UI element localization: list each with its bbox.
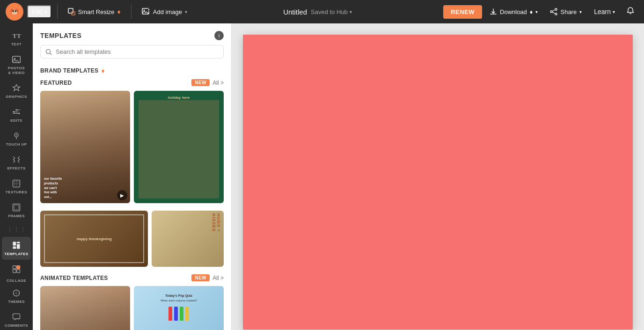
- download-crown-icon: ♦: [530, 8, 533, 15]
- sidebar-effects-label: EFFECTS: [7, 166, 25, 170]
- themes-icon: [12, 288, 21, 298]
- play-overlay-1: ▶: [117, 190, 127, 200]
- add-image-chevron-icon: ▾: [185, 9, 187, 15]
- edits-icon: [12, 107, 21, 117]
- file-menu-button[interactable]: File ▾: [27, 5, 51, 18]
- saved-hub-button[interactable]: Saved to Hub ▾: [311, 8, 352, 15]
- svg-point-14: [555, 8, 557, 10]
- new-badge: NEW: [191, 79, 210, 86]
- file-chevron-icon: ▾: [44, 9, 47, 15]
- sidebar-touchup-label: TOUCH UP: [6, 142, 27, 147]
- learn-button[interactable]: Learn ▾: [589, 5, 620, 18]
- document-title[interactable]: Untitled: [283, 8, 307, 16]
- sidebar-item-photos[interactable]: PHOTOS& VIDEO: [2, 51, 31, 79]
- template-card-1[interactable]: our favoriteproductswe can'tlive without…: [40, 91, 130, 203]
- sidebar-item-effects[interactable]: EFFECTS: [2, 151, 31, 174]
- topbar-right: RENEW Download ♦ ▾ Share ▾ Learn ▾: [443, 4, 638, 20]
- download-button[interactable]: Download ♦ ▾: [485, 5, 542, 18]
- sidebar-item-frames[interactable]: FRAMES: [2, 199, 31, 222]
- sidebar-item-graphics[interactable]: GRAPHICS: [2, 80, 31, 103]
- svg-point-16: [550, 11, 552, 13]
- notifications-button[interactable]: [622, 4, 638, 20]
- svg-point-7: [16, 10, 16, 11]
- share-button[interactable]: Share ▾: [545, 5, 586, 18]
- svg-text:Tt: Tt: [13, 32, 21, 39]
- sidebar-item-touchup[interactable]: TOUCH UP: [2, 127, 31, 150]
- add-image-button[interactable]: Add image ▾: [137, 6, 192, 18]
- featured-label: FEATURED: [40, 80, 72, 86]
- saved-hub-chevron-icon: ▾: [350, 9, 352, 15]
- animated-all-link[interactable]: All >: [212, 275, 224, 281]
- learn-chevron-icon: ▾: [613, 9, 615, 15]
- renew-button[interactable]: RENEW: [443, 5, 482, 19]
- featured-controls: NEW All >: [191, 79, 224, 86]
- search-bar: [40, 45, 224, 59]
- divider-1: [57, 5, 58, 19]
- svg-rect-27: [14, 205, 19, 210]
- svg-rect-9: [68, 8, 73, 13]
- sidebar-item-themes[interactable]: THEMES: [2, 285, 31, 308]
- photos-icon: [12, 55, 21, 64]
- brand-templates-section: BRAND TEMPLATES ♦: [40, 67, 224, 74]
- animated-new-badge: NEW: [191, 274, 210, 281]
- animated-card-1[interactable]: CLEARANCE ▶: [40, 286, 130, 330]
- svg-point-6: [13, 10, 14, 11]
- file-label: File: [32, 8, 43, 15]
- sidebar-item-textures[interactable]: TEXTURES: [2, 175, 31, 198]
- svg-point-22: [18, 113, 20, 114]
- sidebar-photos-label: PHOTOS& VIDEO: [8, 66, 25, 75]
- svg-rect-18: [13, 56, 21, 62]
- design-canvas[interactable]: [243, 35, 633, 330]
- template-card-2[interactable]: holiday here: [134, 91, 224, 203]
- sidebar-comments-label: COMMENTS: [5, 323, 28, 328]
- graphics-icon: [12, 83, 21, 93]
- left-sidebar: Tt TEXT PHOTOS& VIDEO GRAPHICS: [0, 23, 33, 330]
- featured-all-link[interactable]: All >: [212, 80, 224, 86]
- topbar: File ▾ Smart Resize ♦ Add image ▾ Untitl…: [0, 0, 644, 23]
- sidebar-item-text[interactable]: Tt TEXT: [2, 27, 31, 50]
- featured-section-header: FEATURED NEW All >: [40, 79, 224, 86]
- add-image-label: Add image: [153, 8, 182, 15]
- featured-templates-grid: our favoriteproductswe can'tlive without…: [40, 91, 224, 203]
- download-chevron-icon: ▾: [535, 9, 538, 15]
- sidebar-edits-label: EDITS: [10, 118, 22, 123]
- textures-icon: [12, 179, 21, 188]
- share-icon: [550, 8, 557, 15]
- search-input[interactable]: [56, 48, 219, 55]
- sidebar-item-templates[interactable]: TEMPLATES: [2, 237, 31, 260]
- sidebar-item-collage[interactable]: COLLAGE: [2, 261, 31, 284]
- animated-templates-grid: CLEARANCE ▶ Today's Pop QuizWhen were cr…: [40, 286, 224, 330]
- sidebar-themes-label: THEMES: [8, 300, 25, 304]
- sidebar-more-dots[interactable]: ⋮⋮⋮: [2, 223, 31, 236]
- animated-card-2[interactable]: Today's Pop QuizWhen were crayons create…: [134, 286, 224, 330]
- smart-resize-button[interactable]: Smart Resize ♦: [63, 6, 125, 18]
- templates-icon: [12, 241, 21, 250]
- touchup-icon: [12, 131, 21, 140]
- sidebar-item-edits[interactable]: EDITS: [2, 103, 31, 126]
- panel-body: BRAND TEMPLATES ♦ FEATURED NEW All > our…: [33, 64, 231, 330]
- main-area: Tt TEXT PHOTOS& VIDEO GRAPHICS: [0, 23, 644, 330]
- brand-templates-label: BRAND TEMPLATES: [40, 67, 98, 74]
- app-logo[interactable]: [6, 3, 23, 21]
- panel-title: TEMPLATES: [40, 32, 81, 39]
- download-icon: [490, 8, 497, 15]
- sidebar-item-comments[interactable]: COMMENTS: [2, 308, 31, 330]
- svg-rect-35: [17, 270, 20, 273]
- collage-wrap: [12, 264, 21, 274]
- template-card-4[interactable]: HUGS +KISSES: [152, 211, 224, 267]
- comments-icon: [12, 312, 21, 322]
- svg-rect-31: [13, 247, 16, 249]
- svg-rect-34: [13, 270, 16, 273]
- learn-label: Learn: [594, 8, 611, 15]
- template-card-3[interactable]: happy thanksgiving: [40, 211, 148, 267]
- smart-resize-icon: [68, 8, 75, 15]
- svg-point-24: [15, 134, 17, 136]
- svg-point-8: [14, 12, 15, 14]
- svg-point-12: [143, 10, 145, 11]
- share-chevron-icon: ▾: [579, 9, 582, 15]
- animated-label: ANIMATED TEMPLATES: [40, 275, 108, 281]
- featured-templates-row2: happy thanksgiving HUGS +KISSES: [40, 211, 224, 267]
- panel-header: TEMPLATES i: [33, 23, 231, 45]
- svg-rect-37: [13, 314, 20, 319]
- panel-info-button[interactable]: i: [214, 31, 224, 40]
